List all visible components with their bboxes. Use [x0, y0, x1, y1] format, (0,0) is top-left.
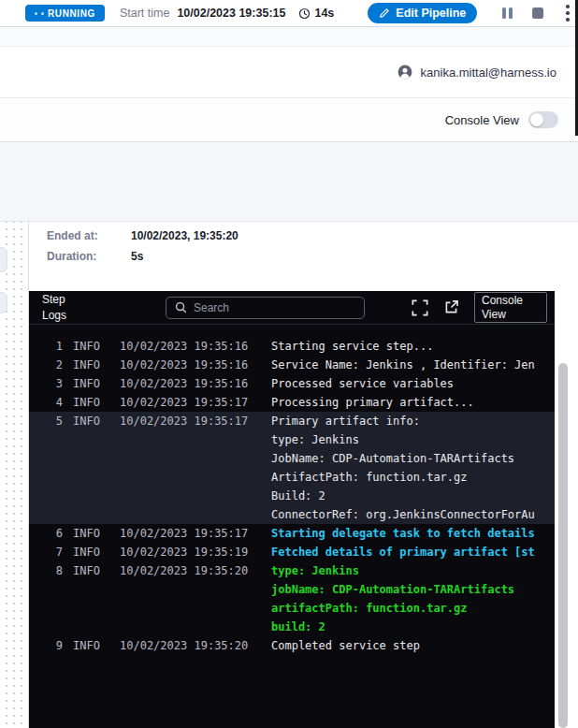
log-message: type: JenkinsjobName: CDP-Automation-TAR… [271, 561, 555, 636]
pencil-icon [379, 7, 390, 19]
log-timestamp: 10/02/2023 19:35:17 [120, 524, 256, 543]
log-level: INFO [73, 412, 105, 524]
log-timestamp: 10/02/2023 19:35:16 [120, 337, 256, 356]
log-line-number: 6 [29, 524, 63, 543]
running-indicator-icon [41, 12, 44, 15]
log-message: Processed service variables [271, 374, 555, 393]
log-row: 6INFO10/02/2023 19:35:17Starting delegat… [29, 524, 555, 543]
user-avatar-icon[interactable] [397, 64, 413, 80]
duration-value: 5s [131, 250, 143, 263]
log-list: 1INFO10/02/2023 19:35:16Starting service… [29, 325, 555, 655]
graph-node[interactable] [0, 247, 7, 272]
log-message-line: Starting service step... [271, 337, 555, 356]
pause-pipeline-icon[interactable] [502, 7, 513, 19]
log-line-number: 4 [29, 393, 63, 412]
fullscreen-icon[interactable] [412, 299, 428, 316]
log-level: INFO [73, 636, 105, 655]
graph-node[interactable] [0, 292, 7, 313]
log-timestamp: 10/02/2023 19:35:19 [120, 543, 256, 561]
start-time-value: 10/02/2023 19:35:15 [177, 7, 285, 20]
log-level: INFO [73, 524, 105, 543]
step-meta: Ended at: 10/02/2023, 19:35:20 Duration:… [29, 222, 578, 263]
log-message-line: Processing primary artifact... [271, 393, 555, 412]
log-timestamp: 10/02/2023 19:35:20 [120, 561, 256, 636]
running-indicator-icon [35, 12, 37, 15]
log-timestamp: 10/02/2023 19:35:20 [120, 636, 256, 655]
log-level: INFO [73, 393, 105, 412]
step-logs-console: Step Logs Console Vie [29, 291, 555, 728]
log-message-line: Service Name: Jenkins , Identifier: Jen [271, 356, 555, 374]
log-message: Completed service step [271, 636, 555, 655]
log-level: INFO [73, 543, 105, 561]
more-options-icon[interactable] [564, 3, 571, 22]
status-badge-label: RUNNING [48, 8, 95, 19]
log-level: INFO [73, 561, 105, 636]
log-line-number: 3 [29, 374, 63, 393]
log-level: INFO [73, 374, 105, 393]
elapsed-time: 14s [314, 7, 334, 20]
log-level: INFO [73, 337, 105, 356]
log-search-box[interactable] [166, 297, 365, 319]
log-row: 1INFO10/02/2023 19:35:16Starting service… [29, 337, 555, 356]
step-details-panel: Ended at: 10/02/2023, 19:35:20 Duration:… [0, 221, 578, 728]
log-message: Primary artifact info:type: JenkinsJobNa… [271, 412, 555, 524]
log-message-line: Completed service step [271, 636, 555, 655]
stage-band [0, 142, 578, 221]
log-message-line: Fetched details of primary artifact [st [271, 543, 555, 561]
log-row: 4INFO10/02/2023 19:35:17Processing prima… [29, 393, 555, 412]
console-view-row: Console View [0, 98, 578, 142]
console-view-toggle[interactable] [528, 111, 558, 128]
search-icon [175, 301, 187, 313]
log-level: INFO [73, 356, 105, 374]
log-message: Starting service step... [271, 337, 555, 356]
log-line-number: 5 [29, 412, 63, 524]
log-row: 2INFO10/02/2023 19:35:16Service Name: Je… [29, 356, 555, 374]
log-message-line: Primary artifact info: [271, 412, 555, 430]
log-timestamp: 10/02/2023 19:35:16 [120, 356, 256, 374]
log-line-number: 2 [29, 356, 63, 374]
log-message-line: build: 2 [271, 618, 555, 636]
page-scrollbar[interactable] [558, 363, 568, 728]
log-line-number: 1 [29, 337, 63, 356]
user-email[interactable]: kanika.mittal@harness.io [421, 66, 556, 80]
log-row: 8INFO10/02/2023 19:35:20type: Jenkinsjob… [29, 561, 555, 636]
log-message: Processing primary artifact... [271, 393, 555, 412]
edit-pipeline-label: Edit Pipeline [396, 7, 466, 20]
console-header: Step Logs Console Vie [29, 291, 555, 325]
log-message-line: type: Jenkins [271, 430, 555, 449]
log-line-number: 7 [29, 543, 63, 561]
log-message: Service Name: Jenkins , Identifier: Jen [271, 356, 555, 374]
pipeline-graph-rail [0, 222, 29, 728]
log-message-line: type: Jenkins [271, 561, 555, 580]
log-message-line: ArtifactPath: function.tar.gz [271, 468, 555, 487]
log-line-number: 8 [29, 561, 63, 636]
console-title: Step Logs [42, 292, 83, 322]
external-link-icon[interactable] [443, 299, 459, 315]
log-message-line: Processed service variables [271, 374, 555, 393]
start-time-label: Start time [120, 7, 170, 20]
log-timestamp: 10/02/2023 19:35:17 [120, 412, 256, 524]
toggle-knob [530, 113, 543, 126]
log-search-input[interactable] [194, 301, 355, 314]
console-view-button[interactable]: Console View [474, 292, 547, 323]
clock-icon [298, 7, 311, 20]
log-message-line: Build: 2 [271, 487, 555, 505]
edit-pipeline-button[interactable]: Edit Pipeline [368, 3, 477, 23]
log-message: Fetched details of primary artifact [st [271, 543, 555, 561]
log-timestamp: 10/02/2023 19:35:17 [120, 393, 256, 412]
log-row: 9INFO10/02/2023 19:35:20Completed servic… [29, 636, 555, 655]
log-timestamp: 10/02/2023 19:35:16 [120, 374, 256, 393]
log-message-line: Starting delegate task to fetch details [271, 524, 555, 543]
log-row: 5INFO10/02/2023 19:35:17Primary artifact… [29, 412, 555, 524]
console-view-toggle-label: Console View [445, 113, 519, 127]
log-message-line: jobName: CDP-Automation-TARArtifacts [271, 580, 555, 599]
log-row: 7INFO10/02/2023 19:35:19Fetched details … [29, 543, 555, 561]
stop-pipeline-icon[interactable] [532, 7, 543, 19]
log-message: Starting delegate task to fetch details [271, 524, 555, 543]
log-row: 3INFO10/02/2023 19:35:16Processed servic… [29, 374, 555, 393]
execution-topbar: RUNNING Start time 10/02/2023 19:35:15 1… [0, 0, 578, 27]
ended-at-label: Ended at: [47, 229, 131, 242]
log-message-line: JobName: CDP-Automation-TARArtifacts [271, 449, 555, 468]
user-row: kanika.mittal@harness.io [0, 47, 578, 98]
duration-label: Duration: [47, 250, 131, 263]
